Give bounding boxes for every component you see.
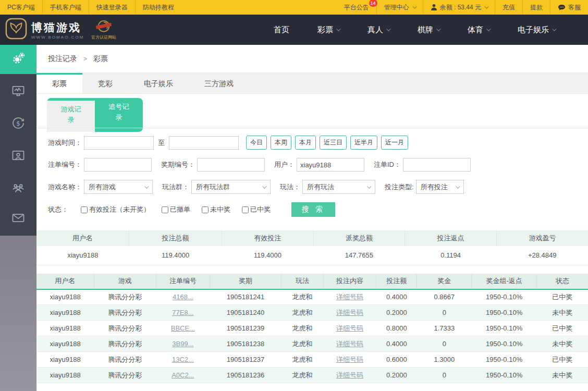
order-no-link[interactable]: 4168... (173, 293, 193, 301)
subtab-game-records[interactable]: 游戏记录 (47, 101, 95, 132)
withdraw-link[interactable]: 提款 (522, 0, 550, 15)
sidebar-item-messages[interactable] (0, 206, 36, 236)
bet-detail-link[interactable]: 详细号码 (336, 293, 363, 301)
cell-play: 龙虎和 (281, 368, 323, 383)
nav-menu: 首页 彩票 真人 棋牌 体育 电子娱乐 (260, 25, 583, 35)
order-id-input[interactable] (403, 158, 471, 172)
checkbox-label: 已撤单 (170, 205, 190, 214)
cell-issue: 1905181239 (210, 321, 281, 336)
nav-item-sports[interactable]: 体育 (454, 25, 504, 35)
time-to-input[interactable] (169, 136, 239, 150)
pc-client-link[interactable]: PC客户端 (0, 0, 42, 15)
anti-hijack-link[interactable]: 防劫持教程 (135, 0, 181, 15)
status-checkbox-cancelled[interactable]: 已撤单 (162, 205, 190, 214)
quick-range-halfmonth-button[interactable]: 近半月 (350, 136, 377, 150)
tab-lottery[interactable]: 彩票 (36, 73, 82, 93)
brand[interactable]: 博猫游戏 WWW.BOMAO.COM 官方认证网站 (5, 18, 116, 42)
col-bet-content: 投注内容 (323, 274, 376, 289)
play-group-value: 所有玩法群 (196, 182, 230, 192)
user-input[interactable] (297, 158, 364, 172)
bet-detail-link[interactable]: 详细号码 (336, 309, 363, 316)
col-order-no: 注单编号 (156, 274, 210, 289)
nav-item-boardgames[interactable]: 棋牌 (403, 25, 454, 35)
sidebar-item-team[interactable] (0, 174, 36, 203)
quick-range-today-button[interactable]: 今日 (246, 136, 267, 150)
record-row: xiayu9188 腾讯分分彩 13C2... 1905181237 龙虎和 详… (36, 352, 588, 368)
issue-no-label: 奖期编号： (161, 160, 195, 169)
cell-game: 腾讯分分彩 (94, 289, 156, 305)
sidebar-item-transactions[interactable]: $ (0, 109, 36, 139)
tab-thirdparty[interactable]: 三方游戏 (189, 73, 249, 93)
nav-item-lottery[interactable]: 彩票 (303, 25, 353, 35)
filter-row-game: 游戏名称： 所有游戏 玩法群： 所有玩法群 玩法： 所有玩法 投注类型: 所有投… (48, 180, 588, 194)
announcement-label: 平台公告 (344, 3, 369, 12)
balance-menu[interactable]: 余额 : 53.44 元 (423, 0, 495, 15)
order-no-input[interactable] (84, 158, 152, 172)
order-no-link[interactable]: BBCE... (171, 324, 195, 332)
cell-bet-amount: 0.4000 (376, 336, 417, 352)
bet-detail-link[interactable]: 详细号码 (336, 324, 363, 332)
time-from-input[interactable] (84, 136, 154, 150)
admin-center-menu[interactable]: 管理中心 (376, 0, 423, 15)
nav-item-live[interactable]: 真人 (353, 25, 403, 35)
tab-egames[interactable]: 电子娱乐 (128, 73, 189, 93)
cell-play: 龙虎和 (281, 336, 323, 352)
cell-issue: 1905181236 (210, 368, 281, 383)
quick-range-1month-button[interactable]: 近一月 (381, 136, 408, 150)
game-name-select[interactable]: 所有游戏 (84, 180, 153, 194)
status-badge: 未中奖 (537, 305, 588, 321)
col-bet-amount: 投注额 (376, 274, 417, 289)
gears-icon (10, 51, 26, 68)
checkbox[interactable] (162, 206, 168, 213)
platform-announcement-link[interactable]: 平台公告 14 (337, 0, 376, 15)
quick-range-month-button[interactable]: 本月 (295, 136, 316, 150)
sidebar-item-records[interactable] (0, 45, 36, 74)
search-button[interactable]: 搜 索 (291, 202, 335, 217)
nav-label: 电子娱乐 (518, 25, 549, 35)
category-tabs: 彩票 竞彩 电子娱乐 三方游戏 (36, 73, 588, 94)
chat-bubble-icon (558, 4, 566, 11)
breadcrumb-parent[interactable]: 投注记录 (48, 54, 77, 64)
order-no-link[interactable]: 77E8... (172, 309, 193, 316)
admin-center-label: 管理中心 (384, 3, 409, 12)
order-no-link[interactable]: 13C2... (172, 356, 194, 363)
checkbox[interactable] (202, 206, 209, 213)
mobile-client-link[interactable]: 手机客户端 (42, 0, 89, 15)
bet-type-select[interactable]: 所有投注 (416, 180, 464, 194)
records-table-wrap: 用户名 游戏 注单编号 奖期 玩法 投注内容 投注额 奖金 奖金组-返点 状态 (36, 274, 588, 384)
play-select[interactable]: 所有玩法 (302, 180, 375, 194)
record-row: xiayu9188 腾讯分分彩 BBCE... 1905181239 龙虎和 详… (36, 321, 588, 336)
cell-issue: 1905181238 (210, 336, 281, 352)
summary-username: xiayu9188 (36, 246, 129, 265)
sidebar-item-dashboard[interactable] (0, 77, 36, 106)
svg-text:$: $ (16, 120, 20, 127)
nav-item-home[interactable]: 首页 (260, 25, 303, 35)
checkbox[interactable] (242, 206, 249, 213)
sidebar-item-profile[interactable] (0, 142, 36, 171)
order-no-link[interactable]: 3B99... (172, 340, 193, 348)
tab-sports-lottery[interactable]: 竞彩 (82, 73, 128, 93)
checkbox[interactable] (81, 206, 88, 213)
order-no-link[interactable]: A0C2... (172, 371, 194, 379)
bet-detail-link[interactable]: 详细号码 (336, 371, 363, 379)
status-checkbox-lost[interactable]: 未中奖 (202, 205, 230, 214)
subtab-chase-records[interactable]: 追号记录 (95, 98, 143, 126)
summary-profit: +28.4849 (496, 246, 588, 265)
play-group-select[interactable]: 所有玩法群 (191, 180, 271, 194)
issue-no-input[interactable] (197, 158, 265, 172)
quick-range-3days-button[interactable]: 近三日 (320, 136, 347, 150)
customer-service-link[interactable]: 客服 (550, 0, 588, 15)
cell-prize: 0 (417, 336, 472, 352)
status-checkbox-won[interactable]: 已中奖 (242, 205, 271, 214)
bet-detail-link[interactable]: 详细号码 (336, 356, 363, 363)
cell-play: 龙虎和 (281, 321, 323, 336)
bet-detail-link[interactable]: 详细号码 (336, 340, 363, 348)
nav-item-egames[interactable]: 电子娱乐 (504, 25, 569, 35)
chevron-down-icon (386, 27, 390, 31)
quick-range-week-button[interactable]: 本周 (271, 136, 291, 150)
top-utility-bar: PC客户端 手机客户端 快速登录器 防劫持教程 平台公告 14 管理中心 余额 … (0, 0, 588, 15)
quick-login-link[interactable]: 快速登录器 (89, 0, 135, 15)
status-checkbox-pending[interactable]: 有效投注（未开奖） (81, 205, 150, 214)
summary-rebate: 0.1194 (405, 246, 497, 265)
deposit-link[interactable]: 充值 (495, 0, 522, 15)
